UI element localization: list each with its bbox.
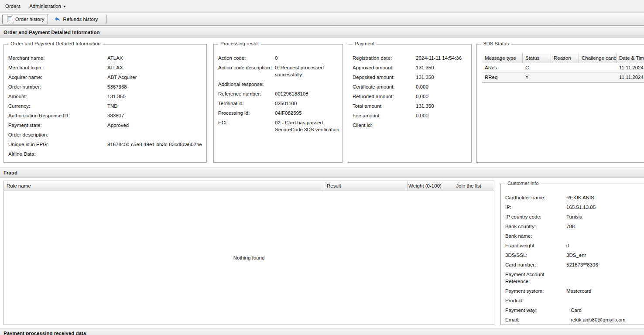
- processing-result-fields: Action code:0Action code description:0: …: [218, 53, 340, 134]
- customer-info-legend: Customer info: [505, 181, 541, 186]
- customer-info-panel: Customer info Cardholder name:REKIK ANIS…: [500, 184, 644, 325]
- field-label: IP:: [505, 204, 566, 211]
- column-header: Rule name: [4, 181, 324, 191]
- field-row: Payment state:Approved: [8, 120, 204, 130]
- field-label: Card number:: [505, 261, 566, 268]
- field-label: Payment system:: [505, 287, 566, 294]
- field-value: 131.350: [416, 64, 469, 71]
- field-row: 3DS/SSL:3DS_enr: [505, 250, 644, 260]
- field-row: Card number:521873**8396: [505, 260, 644, 270]
- field-row: IP country code:Tunisia: [505, 212, 644, 222]
- order-history-button[interactable]: Order history: [2, 14, 48, 24]
- field-row: Total amount:131.350: [353, 101, 469, 111]
- field-label: Client id:: [353, 122, 416, 129]
- order-history-icon: [6, 16, 13, 23]
- field-value: 165.51.13.85: [566, 204, 644, 211]
- field-label: Payment state:: [8, 122, 107, 129]
- order-info-legend: Order and Payment Detailed Information: [8, 41, 103, 46]
- field-row: Registration date:2024-11-11 14:54:36: [353, 53, 469, 63]
- field-value: 0: [566, 242, 644, 249]
- field-value: 383807: [107, 112, 204, 119]
- field-value: 02 - Card has passed SecureCode 3DS veri…: [275, 119, 340, 133]
- field-label: Certificate amount:: [353, 83, 416, 90]
- column-header: Date & Time: [617, 53, 644, 63]
- page-title-label: Order and Payment Detailed Information: [3, 30, 99, 35]
- field-value: 0: [275, 55, 340, 62]
- field-label: Order description:: [8, 131, 107, 138]
- field-value: 131.350: [416, 103, 469, 109]
- field-label: Amount:: [8, 93, 107, 100]
- field-value: 131.350: [107, 93, 204, 100]
- toolbar: Order history Refunds history: [0, 13, 644, 26]
- field-row: Currency:TND: [8, 101, 204, 111]
- customer-info-fields: Cardholder name:REKIK ANISIP:165.51.13.8…: [505, 193, 644, 325]
- field-label: Terminal id:: [218, 100, 275, 107]
- refunds-history-label: Refunds history: [63, 17, 98, 22]
- column-header: Message type: [482, 53, 523, 63]
- field-label: Bank country:: [505, 223, 566, 230]
- menu-bar: Orders Administration: [0, 0, 644, 13]
- field-row: Processing id:04IF082595: [218, 108, 340, 118]
- page-title: Order and Payment Detailed Information: [0, 27, 644, 38]
- bottom-section-title: Payment processing received data: [0, 328, 644, 335]
- field-value: 3DS_enr: [566, 252, 644, 259]
- field-value: REKIK ANIS: [566, 194, 644, 201]
- menu-administration-label: Administration: [29, 3, 61, 9]
- field-label: Action code:: [218, 55, 275, 62]
- field-label: Bank name:: [505, 232, 566, 239]
- field-row: Client id:: [353, 120, 469, 130]
- field-value: Mastercard: [566, 287, 644, 294]
- field-row: Authorization Response ID:383807: [8, 111, 204, 120]
- table-cell: [551, 73, 579, 82]
- order-info-fields: Merchant name:ATLAXMerchant login:ATLAXA…: [8, 53, 204, 159]
- field-label: Fraud weight:: [505, 242, 566, 249]
- field-label: Approved amount:: [353, 64, 416, 71]
- field-value: 001296188108: [275, 90, 340, 97]
- menu-orders[interactable]: Orders: [5, 0, 25, 12]
- field-row: Order number:5367338: [8, 82, 204, 92]
- field-value: Approved: [107, 122, 204, 129]
- bottom-section-label: Payment processing received data: [3, 331, 86, 335]
- field-label: Deposited amount:: [353, 74, 416, 81]
- field-label: Reference number:: [218, 90, 275, 97]
- field-value: ATLAX: [107, 64, 204, 71]
- field-value: [566, 297, 644, 304]
- column-header: Challenge cancel: [579, 53, 617, 63]
- field-row: Merchant name:ATLAX: [8, 53, 204, 63]
- field-value: 2024-11-11 14:54:36: [416, 55, 469, 62]
- field-label: Fee amount:: [353, 112, 416, 119]
- field-row: Payment way:Card: [505, 305, 644, 315]
- field-row: Email:rekik.anis80@gmail.com: [505, 315, 644, 325]
- field-value: [107, 150, 204, 157]
- column-header: Status: [523, 53, 551, 63]
- field-label: Refunded amount:: [353, 93, 416, 100]
- field-value: 0.000: [416, 93, 469, 100]
- table-cell: [551, 63, 579, 72]
- table-row: AResC11.11.2024 1: [482, 63, 644, 73]
- field-value: [566, 232, 644, 239]
- chevron-down-icon: [63, 6, 66, 7]
- menu-administration[interactable]: Administration: [25, 0, 70, 12]
- threeds-status-table: Message typeStatusReasonChallenge cancel…: [482, 53, 644, 83]
- field-row: Additional response:: [218, 79, 340, 89]
- toolbar-separator: [106, 15, 107, 24]
- field-label: Email:: [505, 316, 566, 323]
- table-row: RReqY11.11.2024 1: [482, 73, 644, 82]
- processing-result-legend: Processing result: [218, 41, 261, 46]
- table-cell: RReq: [482, 73, 523, 82]
- processing-result-panel: Processing result Action code:0Action co…: [213, 44, 343, 163]
- column-header: Result: [324, 181, 408, 191]
- refunds-history-button[interactable]: Refunds history: [50, 14, 102, 24]
- field-label: Payment Account Reference:: [505, 271, 566, 285]
- column-header: Reason: [551, 53, 579, 63]
- fraud-empty-message: Nothing found: [4, 191, 494, 325]
- field-row: Amount:131.350: [8, 92, 204, 101]
- field-value: [566, 271, 644, 285]
- menu-orders-label: Orders: [5, 3, 21, 9]
- refunds-history-icon: [54, 16, 61, 23]
- field-row: Terminal id:02501100: [218, 99, 340, 108]
- field-label: Additional response:: [218, 81, 275, 88]
- threeds-status-panel: 3DS Status Message typeStatusReasonChall…: [476, 44, 644, 163]
- field-row: Action code:0: [218, 53, 340, 63]
- field-label: Action code description:: [218, 64, 275, 78]
